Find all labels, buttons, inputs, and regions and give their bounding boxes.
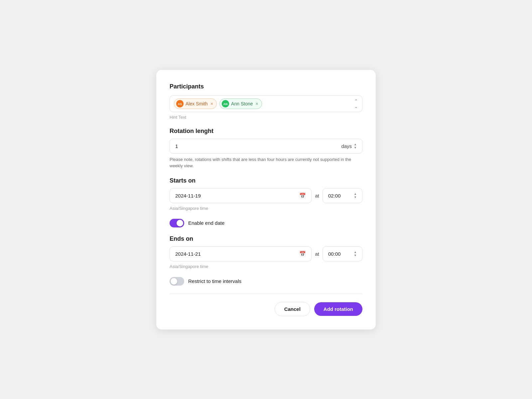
enable-end-date-row: Enable end date bbox=[170, 219, 362, 227]
ends-on-row: 2024-11-21 📅 at 00:00 ▲ ▼ bbox=[170, 246, 362, 261]
unit-selector[interactable]: days ▲ ▼ bbox=[341, 143, 357, 149]
participants-title: Participants bbox=[170, 83, 362, 90]
participant-tag-alex[interactable]: AS Alex Smith × bbox=[174, 98, 217, 109]
restrict-time-label: Restrict to time intervals bbox=[188, 278, 241, 284]
participants-hint: Hint Text bbox=[170, 115, 362, 120]
enable-end-date-label: Enable end date bbox=[188, 220, 224, 226]
participant-name-ann: Ann Stone bbox=[231, 101, 253, 106]
svg-text:AN: AN bbox=[223, 102, 228, 106]
ends-on-timezone: Asia/Singapore time bbox=[170, 264, 362, 269]
time-chevron-end-icon[interactable]: ▲ ▼ bbox=[354, 251, 357, 257]
participant-tag-ann[interactable]: AN Ann Stone × bbox=[219, 98, 262, 109]
starts-on-time-input[interactable]: 02:00 ▲ ▼ bbox=[323, 188, 362, 203]
ends-on-time-input[interactable]: 00:00 ▲ ▼ bbox=[323, 246, 362, 261]
remove-alex-btn[interactable]: × bbox=[210, 101, 213, 106]
rotation-length-section: Rotation lenght 1 days ▲ ▼ Please note, … bbox=[170, 128, 362, 169]
rotation-length-title: Rotation lenght bbox=[170, 128, 362, 135]
rotation-length-note: Please note, rotations with shifts that … bbox=[170, 156, 362, 169]
footer-actions: Cancel Add rotation bbox=[170, 302, 362, 316]
calendar-icon-start[interactable]: 📅 bbox=[299, 193, 306, 199]
ends-on-date-value: 2024-11-21 bbox=[175, 251, 201, 257]
starts-on-section: Starts on 2024-11-19 📅 at 02:00 ▲ ▼ Asia… bbox=[170, 177, 362, 211]
starts-on-at-label: at bbox=[315, 193, 319, 199]
unit-label: days bbox=[341, 143, 352, 149]
rotation-length-input[interactable]: 1 days ▲ ▼ bbox=[170, 139, 362, 154]
ends-on-date-input[interactable]: 2024-11-21 📅 bbox=[170, 246, 312, 261]
unit-chevron-icon[interactable]: ▲ ▼ bbox=[354, 143, 357, 149]
participants-chevron-icon[interactable]: ⌃⌄ bbox=[354, 98, 358, 109]
avatar-alex: AS bbox=[176, 100, 184, 107]
ends-on-title: Ends on bbox=[170, 235, 362, 242]
rotation-modal: Participants AS Alex Smith × AN bbox=[156, 70, 376, 330]
starts-on-date-input[interactable]: 2024-11-19 📅 bbox=[170, 188, 312, 203]
remove-ann-btn[interactable]: × bbox=[256, 101, 258, 106]
participant-name-alex: Alex Smith bbox=[186, 101, 208, 106]
restrict-time-row: Restrict to time intervals bbox=[170, 277, 362, 286]
ends-on-section: Ends on 2024-11-21 📅 at 00:00 ▲ ▼ Asia/S… bbox=[170, 235, 362, 269]
starts-on-timezone: Asia/Singapore time bbox=[170, 206, 362, 211]
svg-text:AS: AS bbox=[178, 102, 182, 106]
enable-end-date-toggle[interactable] bbox=[170, 219, 184, 227]
restrict-time-toggle[interactable] bbox=[170, 277, 184, 286]
toggle-thumb-restrict bbox=[171, 278, 177, 285]
footer-divider bbox=[170, 294, 362, 294]
participants-input[interactable]: AS Alex Smith × AN Ann Stone × ⌃⌄ bbox=[170, 95, 362, 112]
cancel-button[interactable]: Cancel bbox=[275, 302, 310, 316]
calendar-icon-end[interactable]: 📅 bbox=[299, 251, 306, 257]
ends-on-time-value: 00:00 bbox=[328, 251, 341, 257]
starts-on-time-value: 02:00 bbox=[328, 193, 341, 199]
starts-on-row: 2024-11-19 📅 at 02:00 ▲ ▼ bbox=[170, 188, 362, 203]
time-chevron-start-icon[interactable]: ▲ ▼ bbox=[354, 193, 357, 199]
add-rotation-button[interactable]: Add rotation bbox=[314, 302, 362, 316]
starts-on-date-value: 2024-11-19 bbox=[175, 193, 201, 199]
participants-section: Participants AS Alex Smith × AN bbox=[170, 83, 362, 120]
ends-on-at-label: at bbox=[315, 251, 319, 257]
avatar-ann: AN bbox=[222, 100, 229, 107]
toggle-thumb-end-date bbox=[177, 220, 183, 226]
starts-on-title: Starts on bbox=[170, 177, 362, 184]
rotation-length-value: 1 bbox=[175, 143, 178, 149]
